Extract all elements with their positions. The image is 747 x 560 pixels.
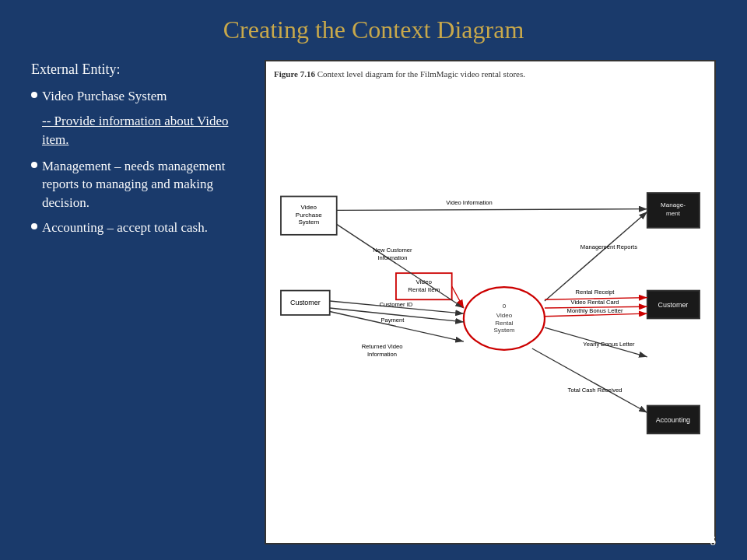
bullet-management: Management – needs management reports to… xyxy=(31,157,249,212)
svg-line-31 xyxy=(452,286,464,308)
provide-info-label: -- Provide information about Video item. xyxy=(42,112,249,149)
management-label: Management – needs management reports to… xyxy=(42,157,249,212)
figure-label: Figure 7.16 xyxy=(274,69,315,79)
svg-text:Video: Video xyxy=(301,204,317,211)
left-panel: External Entity: Video Purchase System -… xyxy=(31,60,249,544)
svg-text:Information: Information xyxy=(367,351,397,358)
bullet-accounting: Accounting – accept total cash. xyxy=(31,219,249,237)
svg-text:Yearly Bonus Letter: Yearly Bonus Letter xyxy=(583,341,635,348)
svg-text:New Customer: New Customer xyxy=(373,247,412,254)
context-diagram-svg: Video Purchase System Customer 0 Video R… xyxy=(274,85,707,531)
svg-text:Payment: Payment xyxy=(381,317,405,324)
svg-text:Rental: Rental xyxy=(495,320,514,327)
svg-text:Total Cash Received: Total Cash Received xyxy=(568,387,622,394)
bullet-video-purchase: Video Purchase System xyxy=(31,87,249,106)
svg-line-47 xyxy=(532,348,647,413)
svg-line-24 xyxy=(337,209,647,211)
svg-text:Video Information: Video Information xyxy=(446,199,493,206)
figure-caption-text: Context level diagram for the FilmMagic … xyxy=(315,69,525,79)
svg-text:Returned Video: Returned Video xyxy=(362,343,403,350)
svg-text:Customer: Customer xyxy=(290,299,321,306)
svg-text:Monthly Bonus Letter: Monthly Bonus Letter xyxy=(567,307,623,314)
svg-text:Management Reports: Management Reports xyxy=(580,243,637,250)
bullet-dot-2 xyxy=(31,162,37,168)
svg-text:0: 0 xyxy=(503,303,507,310)
svg-text:Rental Item: Rental Item xyxy=(408,286,440,293)
bullet-dot-3 xyxy=(31,223,37,229)
svg-text:Information: Information xyxy=(377,254,407,261)
diagram-svg-container: Video Purchase System Customer 0 Video R… xyxy=(274,85,707,531)
accounting-label: Accounting – accept total cash. xyxy=(42,219,208,237)
svg-text:System: System xyxy=(298,219,319,226)
video-purchase-label: Video Purchase System xyxy=(42,87,167,106)
svg-text:Customer: Customer xyxy=(658,301,689,309)
svg-text:Manage-: Manage- xyxy=(661,201,686,208)
svg-text:Customer ID: Customer ID xyxy=(380,301,413,308)
slide-container: Creating the Context Diagram External En… xyxy=(0,0,747,560)
svg-text:Purchase: Purchase xyxy=(296,212,323,219)
diagram-caption: Figure 7.16 Context level diagram for th… xyxy=(274,69,707,79)
svg-text:Video: Video xyxy=(496,312,513,319)
svg-text:Rental Receipt: Rental Receipt xyxy=(576,289,615,296)
slide-title: Creating the Context Diagram xyxy=(223,16,524,44)
external-entity-header: External Entity: xyxy=(31,60,249,79)
svg-line-29 xyxy=(545,212,647,301)
svg-text:ment: ment xyxy=(666,210,681,217)
svg-text:System: System xyxy=(493,327,514,334)
bullet-dot-1 xyxy=(31,92,37,98)
content-area: External Entity: Video Purchase System -… xyxy=(31,60,716,544)
page-number: 6 xyxy=(710,534,716,548)
svg-text:Video Rental Card: Video Rental Card xyxy=(570,299,619,306)
diagram-panel: Figure 7.16 Context level diagram for th… xyxy=(265,60,716,544)
svg-text:Accounting: Accounting xyxy=(656,416,690,424)
